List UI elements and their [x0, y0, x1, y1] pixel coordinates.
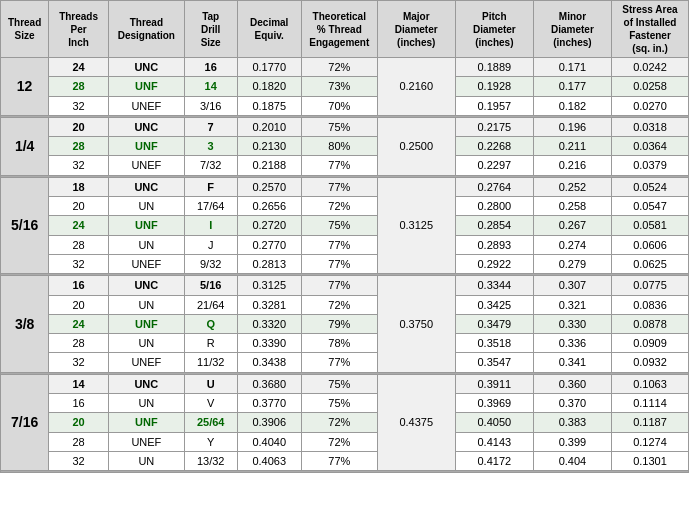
designation-cell: UNEF	[108, 156, 184, 175]
pct-cell: 79%	[301, 314, 377, 333]
tap-drill-cell: V	[184, 394, 237, 413]
decimal-cell: 0.2656	[237, 197, 301, 216]
minor-cell: 0.321	[533, 295, 611, 314]
table-row: 32UNEF7/320.218877%0.22970.2160.0379	[1, 156, 689, 175]
thread-size-cell: 5/16	[1, 177, 49, 273]
tpi-cell: 32	[49, 96, 109, 115]
stress-cell: 0.0878	[611, 314, 688, 333]
table-row: 20UNF25/640.390672%0.40500.3830.1187	[1, 413, 689, 432]
table-row: 1/420UNC70.201075%0.25000.21750.1960.031…	[1, 117, 689, 136]
header-decimal: DecimalEquiv.	[237, 1, 301, 58]
pitch-cell: 0.3479	[455, 314, 533, 333]
header-theoretical: Theoretical% ThreadEngagement	[301, 1, 377, 58]
minor-cell: 0.360	[533, 374, 611, 393]
tap-drill-cell: 7	[184, 117, 237, 136]
pct-cell: 73%	[301, 77, 377, 96]
decimal-cell: 0.3770	[237, 394, 301, 413]
header-minor: MinorDiameter(inches)	[533, 1, 611, 58]
header-tap-drill: TapDrillSize	[184, 1, 237, 58]
tap-drill-cell: U	[184, 374, 237, 393]
minor-cell: 0.274	[533, 235, 611, 254]
thread-size-cell: 3/8	[1, 276, 49, 372]
stress-cell: 0.0932	[611, 353, 688, 372]
table-row: 32UN13/320.406377%0.41720.4040.1301	[1, 451, 689, 470]
pitch-cell: 0.2297	[455, 156, 533, 175]
pct-cell: 77%	[301, 177, 377, 196]
pitch-cell: 0.2800	[455, 197, 533, 216]
tap-drill-cell: 21/64	[184, 295, 237, 314]
pct-cell: 72%	[301, 413, 377, 432]
pitch-cell: 0.2854	[455, 216, 533, 235]
tpi-cell: 24	[49, 216, 109, 235]
pitch-cell: 0.3969	[455, 394, 533, 413]
decimal-cell: 0.3390	[237, 334, 301, 353]
tpi-cell: 32	[49, 156, 109, 175]
decimal-cell: 0.3281	[237, 295, 301, 314]
stress-cell: 0.0625	[611, 254, 688, 273]
designation-cell: UNC	[108, 58, 184, 77]
table-row: 5/1618UNCF0.257077%0.31250.27640.2520.05…	[1, 177, 689, 196]
stress-cell: 0.1063	[611, 374, 688, 393]
tap-drill-cell: 11/32	[184, 353, 237, 372]
pct-cell: 75%	[301, 374, 377, 393]
pct-cell: 70%	[301, 96, 377, 115]
pitch-cell: 0.1957	[455, 96, 533, 115]
table-row: 20UN17/640.265672%0.28000.2580.0547	[1, 197, 689, 216]
decimal-cell: 0.2813	[237, 254, 301, 273]
designation-cell: UNC	[108, 177, 184, 196]
header-tpi: ThreadsPerInch	[49, 1, 109, 58]
tpi-cell: 32	[49, 451, 109, 470]
decimal-cell: 0.2720	[237, 216, 301, 235]
stress-cell: 0.1274	[611, 432, 688, 451]
table-row: 32UNEF11/320.343877%0.35470.3410.0932	[1, 353, 689, 372]
minor-cell: 0.211	[533, 137, 611, 156]
minor-cell: 0.171	[533, 58, 611, 77]
thread-size-table: ThreadSize ThreadsPerInch ThreadDesignat…	[0, 0, 689, 473]
tpi-cell: 20	[49, 295, 109, 314]
thread-size-cell: 12	[1, 58, 49, 116]
minor-cell: 0.330	[533, 314, 611, 333]
minor-cell: 0.177	[533, 77, 611, 96]
pitch-cell: 0.3344	[455, 276, 533, 295]
tap-drill-cell: Y	[184, 432, 237, 451]
pct-cell: 72%	[301, 295, 377, 314]
stress-cell: 0.0581	[611, 216, 688, 235]
minor-cell: 0.341	[533, 353, 611, 372]
decimal-cell: 0.3906	[237, 413, 301, 432]
table-row: 28UNF30.213080%0.22680.2110.0364	[1, 137, 689, 156]
pct-cell: 77%	[301, 156, 377, 175]
tpi-cell: 28	[49, 235, 109, 254]
decimal-cell: 0.2130	[237, 137, 301, 156]
designation-cell: UN	[108, 334, 184, 353]
stress-cell: 0.0318	[611, 117, 688, 136]
tpi-cell: 28	[49, 137, 109, 156]
designation-cell: UN	[108, 235, 184, 254]
tpi-cell: 28	[49, 77, 109, 96]
decimal-cell: 0.1770	[237, 58, 301, 77]
tpi-cell: 24	[49, 314, 109, 333]
pitch-cell: 0.4172	[455, 451, 533, 470]
decimal-cell: 0.3320	[237, 314, 301, 333]
thread-size-cell: 1/4	[1, 117, 49, 175]
stress-cell: 0.0242	[611, 58, 688, 77]
designation-cell: UNC	[108, 117, 184, 136]
designation-cell: UNC	[108, 374, 184, 393]
decimal-cell: 0.2570	[237, 177, 301, 196]
tap-drill-cell: 16	[184, 58, 237, 77]
pct-cell: 75%	[301, 216, 377, 235]
pct-cell: 77%	[301, 451, 377, 470]
pitch-cell: 0.3425	[455, 295, 533, 314]
decimal-cell: 0.2010	[237, 117, 301, 136]
tap-drill-cell: J	[184, 235, 237, 254]
pct-cell: 77%	[301, 254, 377, 273]
pitch-cell: 0.1928	[455, 77, 533, 96]
pct-cell: 72%	[301, 197, 377, 216]
pct-cell: 77%	[301, 276, 377, 295]
table-row: 28UNF140.182073%0.19280.1770.0258	[1, 77, 689, 96]
pitch-cell: 0.3911	[455, 374, 533, 393]
minor-cell: 0.404	[533, 451, 611, 470]
tap-drill-cell: 3/16	[184, 96, 237, 115]
minor-cell: 0.370	[533, 394, 611, 413]
tpi-cell: 20	[49, 197, 109, 216]
pct-cell: 77%	[301, 235, 377, 254]
